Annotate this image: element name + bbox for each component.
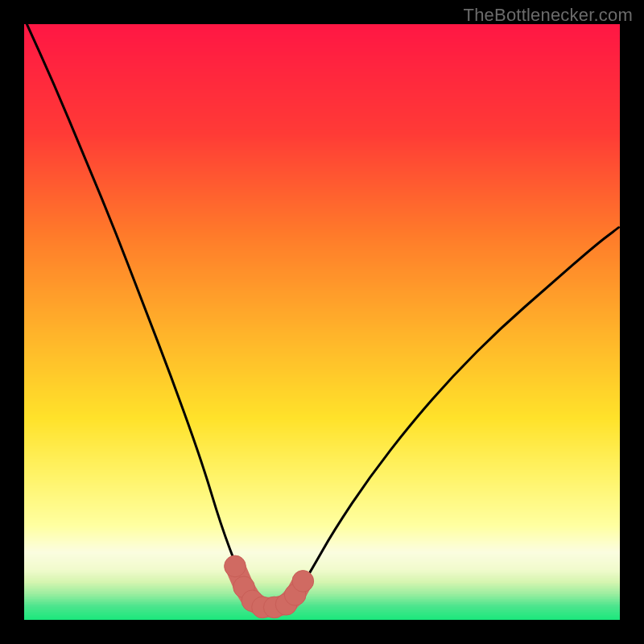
watermark-text: TheBottlenecker.com (464, 5, 633, 26)
trough-marker (225, 555, 246, 577)
gradient-background (24, 24, 620, 621)
trough-marker (292, 571, 314, 592)
chart-frame: TheBottlenecker.com (0, 0, 644, 644)
bottleneck-chart (0, 0, 644, 644)
